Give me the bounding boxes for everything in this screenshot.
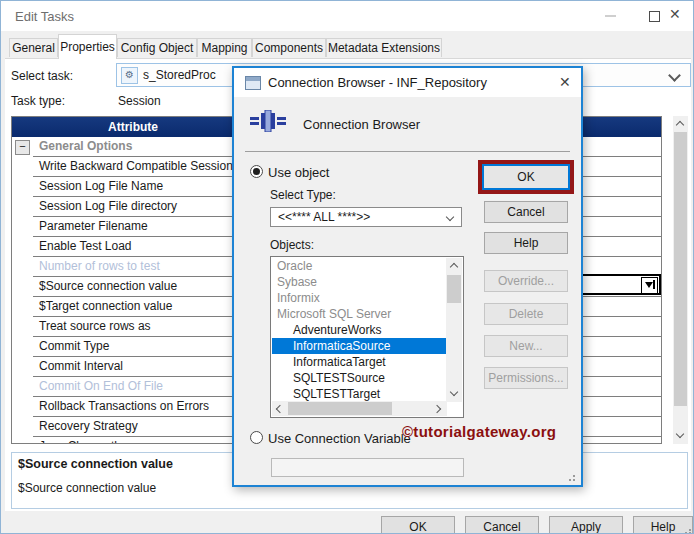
select-type-combobox[interactable]: <<**** ALL ****>> <box>270 207 462 227</box>
chevron-down-icon[interactable] <box>668 69 681 82</box>
use-connection-variable-label: Use Connection Variable <box>268 431 411 446</box>
tab-properties[interactable]: Properties <box>58 34 117 59</box>
watermark-text: ©tutorialgateway.org <box>402 423 556 440</box>
list-hscrollbar[interactable] <box>272 401 447 416</box>
task-type-label: Task type: <box>11 94 65 108</box>
maximize-icon[interactable] <box>649 11 660 22</box>
tab-config-object[interactable]: Config Object <box>117 38 197 57</box>
list-item[interactable]: Informix <box>272 290 435 306</box>
scroll-up-icon[interactable] <box>450 263 458 271</box>
tab-strip: General Properties Config Object Mapping… <box>1 31 693 59</box>
override-button[interactable]: Override... <box>484 270 568 292</box>
connection-picker-button[interactable] <box>641 277 658 294</box>
help-button[interactable]: Help <box>633 516 693 534</box>
scroll-down-icon[interactable] <box>450 388 458 396</box>
list-item[interactable]: SQLTESTTarget <box>272 386 451 402</box>
objects-label: Objects: <box>270 238 314 252</box>
list-item[interactable]: SQLTESTSource <box>272 370 451 386</box>
list-vscrollbar[interactable] <box>446 258 462 402</box>
select-task-value: s_StoredProc <box>143 68 216 82</box>
collapse-icon[interactable]: − <box>15 140 30 155</box>
use-connection-variable-radio[interactable] <box>250 431 263 444</box>
scroll-down-icon[interactable] <box>676 430 684 438</box>
attribute-column-header: Attribute <box>12 117 254 137</box>
connection-variable-input[interactable] <box>271 458 464 477</box>
use-object-radio[interactable] <box>250 165 263 178</box>
tab-components[interactable]: Components <box>252 38 326 57</box>
scroll-up-icon[interactable] <box>676 121 684 129</box>
select-type-value: <<**** ALL ****>> <box>278 210 370 224</box>
dialog-window-icon <box>245 76 261 90</box>
dialog-cancel-button[interactable]: Cancel <box>484 201 568 223</box>
scroll-right-icon[interactable] <box>433 405 441 413</box>
edit-tasks-window: Edit Tasks ✕ General Properties Config O… <box>0 0 694 534</box>
list-item[interactable]: Oracle <box>272 258 435 274</box>
picker-bar-icon <box>653 280 655 289</box>
session-gear-icon: ⚙ <box>121 67 138 84</box>
list-item[interactable]: InformaticaTarget <box>272 354 451 370</box>
chevron-down-icon[interactable] <box>446 213 454 221</box>
window-title: Edit Tasks <box>15 9 74 24</box>
dialog-help-button[interactable]: Help <box>484 232 568 254</box>
description-title: $Source connection value <box>18 457 173 471</box>
select-task-label: Select task: <box>11 69 73 83</box>
dialog-title: Connection Browser - INF_Repository <box>268 75 487 90</box>
use-object-label: Use object <box>268 165 329 180</box>
description-body: $Source connection value <box>18 481 156 495</box>
connector-plug-icon <box>250 110 286 132</box>
objects-listbox[interactable]: Oracle Sybase Informix Microsoft SQL Ser… <box>270 256 464 418</box>
list-item[interactable]: AdventureWorks <box>272 322 451 338</box>
list-item[interactable]: Sybase <box>272 274 435 290</box>
tab-general[interactable]: General <box>9 38 58 57</box>
connection-browser-dialog: Connection Browser - INF_Repository ✕ Co… <box>232 66 583 487</box>
picker-arrow-icon <box>645 282 653 288</box>
apply-button[interactable]: Apply <box>549 516 623 534</box>
tab-metadata-extensions[interactable]: Metadata Extensions <box>326 38 442 57</box>
list-item[interactable]: Microsoft SQL Server <box>272 306 435 322</box>
list-item-selected[interactable]: InformaticaSource <box>272 338 451 354</box>
new-button[interactable]: New... <box>484 335 568 357</box>
scrollbar-thumb[interactable] <box>288 402 392 415</box>
tab-mapping[interactable]: Mapping <box>197 38 252 57</box>
permissions-button[interactable]: Permissions... <box>484 367 568 389</box>
dialog-heading: Connection Browser <box>303 117 420 132</box>
cancel-button[interactable]: Cancel <box>465 516 539 534</box>
select-type-label: Select Type: <box>270 188 336 202</box>
ok-button[interactable]: OK <box>381 516 455 534</box>
minimize-icon[interactable] <box>605 15 616 17</box>
separator <box>245 151 570 152</box>
ok-annotation-box: OK <box>478 160 574 194</box>
dialog-close-icon[interactable]: ✕ <box>559 74 571 90</box>
scroll-left-icon[interactable] <box>276 405 284 413</box>
scrollbar-thumb[interactable] <box>447 275 461 303</box>
window-titlebar: Edit Tasks ✕ <box>1 1 693 31</box>
delete-button[interactable]: Delete <box>484 303 568 325</box>
dialog-ok-button[interactable]: OK <box>482 164 570 190</box>
dialog-titlebar: Connection Browser - INF_Repository ✕ <box>234 68 581 97</box>
task-type-value: Session <box>118 94 161 108</box>
table-scrollbar[interactable] <box>673 116 688 444</box>
close-icon[interactable]: ✕ <box>669 6 681 22</box>
scrollbar-thumb[interactable] <box>674 132 687 406</box>
